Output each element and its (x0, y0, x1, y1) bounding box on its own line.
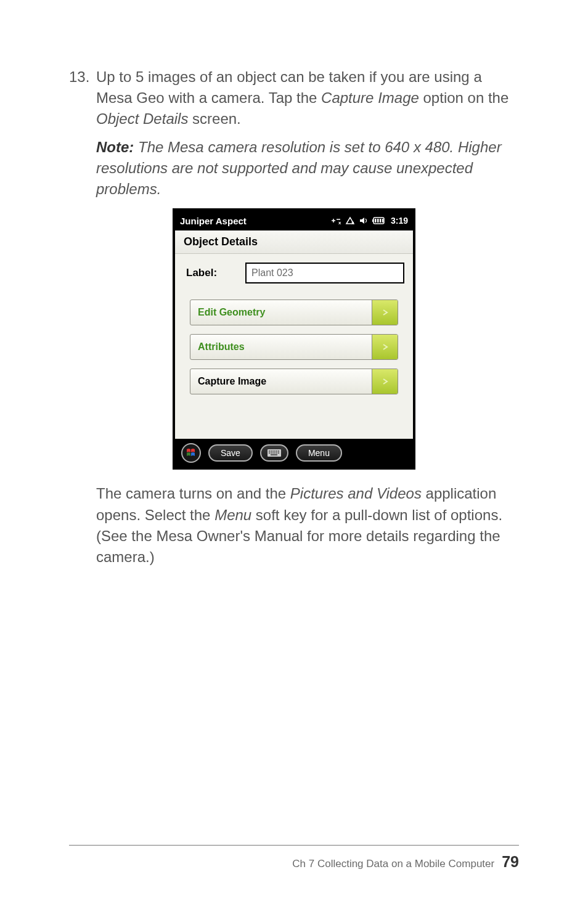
chevron-icon (372, 300, 398, 325)
svg-rect-9 (269, 450, 270, 452)
speaker-icon (359, 216, 369, 225)
text: The camera turns on and the (96, 485, 290, 502)
svg-rect-15 (269, 452, 270, 454)
clock: 3:19 (391, 216, 408, 226)
signal-icon: x (345, 216, 355, 225)
svg-rect-14 (278, 450, 279, 452)
status-icons: x x 3:19 (330, 216, 408, 226)
connectivity-icon: x (330, 216, 341, 225)
edit-geometry-button[interactable]: Edit Geometry (190, 300, 398, 325)
screen-content: Label: Edit Geometry Attributes Capture … (175, 254, 413, 439)
note-block: Note: The Mesa camera resolution is set … (96, 137, 519, 200)
keyboard-icon (267, 449, 281, 457)
term-menu: Menu (214, 507, 251, 523)
menu-softkey[interactable]: Menu (296, 444, 342, 462)
battery-icon (372, 217, 386, 224)
svg-rect-21 (271, 454, 277, 455)
page-number: 79 (502, 853, 519, 871)
svg-text:x: x (351, 220, 354, 225)
term-capture-image: Capture Image (321, 89, 419, 106)
text: screen. (188, 110, 240, 127)
svg-rect-17 (272, 452, 274, 454)
paragraph-2: The camera turns on and the Pictures and… (96, 483, 519, 567)
label-caption: Label: (184, 267, 239, 279)
save-softkey[interactable]: Save (208, 444, 253, 462)
svg-rect-20 (278, 452, 279, 454)
label-input[interactable] (245, 263, 404, 283)
button-label: Attributes (190, 341, 372, 353)
text: option on the (419, 89, 508, 106)
note-body: The Mesa camera resolution is set to 640… (96, 139, 502, 197)
device-screenshot: Juniper Aspect x x 3:19 Object Details L… (173, 208, 415, 470)
attributes-button[interactable]: Attributes (190, 334, 398, 360)
screen-title: Object Details (175, 230, 413, 254)
list-number: 13. (69, 67, 96, 129)
paragraph-1: Up to 5 images of an object can be taken… (96, 67, 519, 129)
chevron-icon (372, 369, 398, 394)
svg-rect-16 (271, 452, 272, 454)
chevron-icon (372, 335, 398, 359)
page-footer: Ch 7 Collecting Data on a Mobile Compute… (69, 845, 519, 871)
svg-rect-6 (380, 219, 382, 222)
svg-rect-4 (375, 219, 377, 222)
button-label: Edit Geometry (190, 307, 372, 318)
note-label: Note: (96, 139, 134, 155)
svg-rect-18 (274, 452, 276, 454)
svg-rect-10 (271, 450, 272, 452)
windows-icon (186, 447, 197, 459)
capture-image-button[interactable]: Capture Image (190, 369, 398, 394)
term-object-details: Object Details (96, 110, 188, 127)
app-title: Juniper Aspect (180, 216, 247, 226)
footer-chapter: Ch 7 Collecting Data on a Mobile Compute… (292, 858, 494, 870)
svg-text:x: x (338, 220, 341, 225)
term-pictures-videos: Pictures and Videos (290, 485, 422, 502)
svg-rect-13 (276, 450, 277, 452)
svg-rect-3 (372, 219, 374, 222)
start-button[interactable] (181, 443, 201, 463)
svg-rect-19 (276, 452, 277, 454)
softkey-bar: Save Menu (175, 439, 413, 467)
button-label: Capture Image (190, 376, 372, 387)
svg-rect-11 (272, 450, 274, 452)
svg-rect-5 (377, 219, 379, 222)
keyboard-softkey[interactable] (260, 444, 288, 462)
device-titlebar: Juniper Aspect x x 3:19 (175, 211, 413, 230)
svg-rect-12 (274, 450, 276, 452)
svg-rect-7 (382, 219, 383, 222)
